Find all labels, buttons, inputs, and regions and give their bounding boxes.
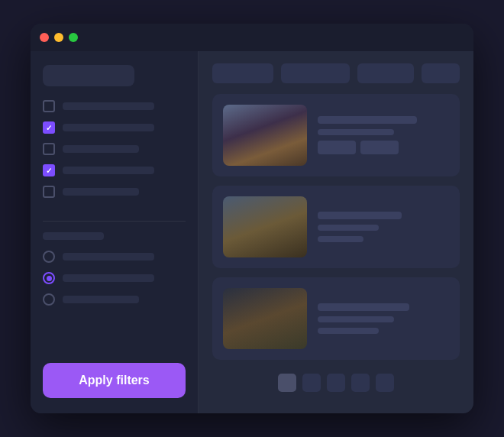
checkbox-label-1 [63,102,154,110]
page-1[interactable] [278,374,296,392]
pagination [212,374,460,392]
header-pill-1 [212,63,273,83]
card-1-title [318,116,417,124]
page-3[interactable] [327,374,345,392]
checkbox-3[interactable] [43,143,55,155]
card-3-image [223,288,307,349]
checkbox-label-4 [63,167,154,174]
radio-2[interactable] [43,272,55,284]
radio-label-1 [63,253,154,261]
divider [43,221,186,222]
card-3[interactable] [212,277,460,360]
sidebar-search[interactable] [43,65,134,86]
main-content: Apply filters [31,51,473,413]
radio-item-2 [43,272,186,284]
checkbox-1[interactable] [43,100,55,112]
header-pill-spacer [357,63,414,83]
card-1-tag-1 [318,141,356,154]
content-area [199,51,473,413]
card-3-body [318,288,449,349]
checkbox-group [43,100,186,198]
card-2-image [223,196,307,257]
checkbox-label-3 [63,145,139,153]
checkbox-item-2 [43,121,186,134]
card-2-body [318,196,449,257]
card-1-tag-2 [360,141,399,154]
header-pill-2 [281,63,350,83]
radio-3[interactable] [43,293,55,306]
titlebar [31,24,473,51]
minimize-button[interactable] [54,33,63,42]
card-3-sub-1 [318,316,394,322]
radio-1[interactable] [43,251,55,263]
radio-label-3 [63,296,139,303]
card-3-title [318,303,409,311]
checkbox-4[interactable] [43,164,55,176]
checkbox-item-3 [43,143,186,155]
checkbox-item-5 [43,186,186,198]
radio-group [43,251,186,306]
radio-section-label [43,232,104,240]
checkbox-item-1 [43,100,186,112]
card-1[interactable] [212,94,460,176]
checkbox-item-4 [43,164,186,176]
card-2-title [318,212,402,219]
card-1-tags [318,141,449,154]
card-1-body [318,105,449,166]
card-1-image [223,105,307,166]
checkbox-5[interactable] [43,186,55,198]
checkbox-2[interactable] [43,121,55,134]
checkbox-label-2 [63,124,154,131]
app-window: Apply filters [31,24,473,413]
card-3-sub-2 [318,328,379,334]
card-1-sub-1 [318,129,394,135]
radio-item-1 [43,251,186,263]
page-4[interactable] [351,374,370,392]
apply-filters-button[interactable]: Apply filters [43,363,186,398]
card-2[interactable] [212,186,460,268]
header-pill-3 [422,63,460,83]
radio-item-3 [43,293,186,306]
maximize-button[interactable] [69,33,78,42]
close-button[interactable] [40,33,49,42]
page-5[interactable] [376,374,394,392]
page-2[interactable] [302,374,321,392]
content-header [212,63,460,83]
card-2-sub-1 [318,225,379,231]
sidebar: Apply filters [31,51,199,413]
card-2-sub-2 [318,236,363,242]
checkbox-label-5 [63,188,139,196]
radio-label-2 [63,274,154,282]
